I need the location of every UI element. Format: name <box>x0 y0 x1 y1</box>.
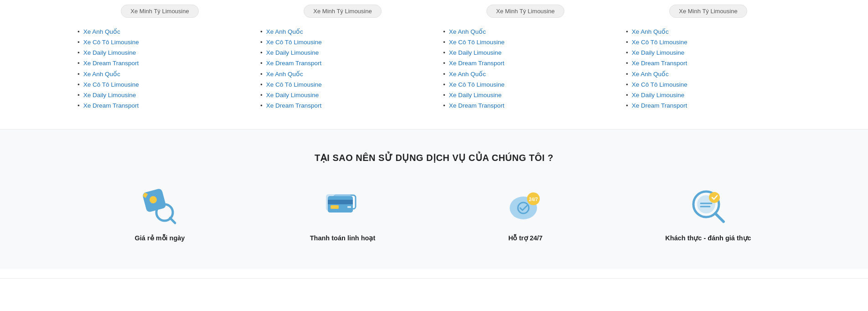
list-link-1-5[interactable]: Xe Cô Tô Limousine <box>266 81 322 88</box>
list-item: Xe Dream Transport <box>626 58 790 68</box>
list-item: Xe Daily Limousine <box>443 90 608 100</box>
list-link-2-3[interactable]: Xe Dream Transport <box>449 60 505 67</box>
list-item: Xe Cô Tô Limousine <box>626 37 790 47</box>
page-wrapper: Xe Minh Tý LimousineXe Anh QuốcXe Cô Tô … <box>0 0 868 311</box>
list-link-3-0[interactable]: Xe Anh Quốc <box>632 28 669 35</box>
column-header-0: Xe Minh Tý Limousine <box>78 5 242 18</box>
list-item: Xe Anh Quốc <box>78 68 242 79</box>
list-item: Xe Daily Limousine <box>443 47 608 58</box>
list-item: Xe Anh Quốc <box>260 68 425 79</box>
lists-grid: Xe Minh Tý LimousineXe Anh QuốcXe Cô Tô … <box>73 5 795 111</box>
list-item: Xe Dream Transport <box>626 100 790 111</box>
list-link-2-7[interactable]: Xe Dream Transport <box>449 102 505 109</box>
feature-label-1: Thanh toán linh hoạt <box>310 234 376 242</box>
list-link-0-1[interactable]: Xe Cô Tô Limousine <box>83 39 139 46</box>
list-link-2-0[interactable]: Xe Anh Quốc <box>449 28 486 35</box>
svg-rect-10 <box>328 200 353 204</box>
list-column-1: Xe Minh Tý LimousineXe Anh QuốcXe Cô Tô … <box>256 5 429 111</box>
list-link-3-2[interactable]: Xe Daily Limousine <box>632 49 685 56</box>
list-link-3-5[interactable]: Xe Cô Tô Limousine <box>632 81 687 88</box>
list-item: Xe Cô Tô Limousine <box>443 37 608 47</box>
list-link-3-7[interactable]: Xe Dream Transport <box>632 102 687 109</box>
review-icon <box>688 186 729 227</box>
column-header-badge-1: Xe Minh Tý Limousine <box>304 5 381 18</box>
feature-label-3: Khách thực - đánh giá thực <box>665 234 751 242</box>
list-item: Xe Daily Limousine <box>260 47 425 58</box>
why-section: TẠI SAO NÊN SỬ DỤNG DỊCH VỤ CỦA CHÚNG TÔ… <box>0 130 868 269</box>
list-link-2-1[interactable]: Xe Cô Tô Limousine <box>449 39 505 46</box>
list-items-1: Xe Anh QuốcXe Cô Tô LimousineXe Daily Li… <box>260 26 425 111</box>
list-link-1-4[interactable]: Xe Anh Quốc <box>266 70 303 78</box>
price-icon <box>140 186 181 227</box>
list-link-1-6[interactable]: Xe Daily Limousine <box>266 92 319 98</box>
bottom-divider <box>0 278 868 279</box>
feature-item-3: Khách thực - đánh giá thực <box>621 186 795 242</box>
svg-line-19 <box>715 213 723 222</box>
feature-item-1: Thanh toán linh hoạt <box>256 186 429 242</box>
feature-item-2: 24/7 Hỗ trợ 24/7 <box>439 186 612 242</box>
why-title: TẠI SAO NÊN SỬ DỤNG DỊCH VỤ CỦA CHÚNG TÔ… <box>73 152 795 163</box>
list-link-0-4[interactable]: Xe Anh Quốc <box>83 70 120 78</box>
list-link-2-5[interactable]: Xe Cô Tô Limousine <box>449 81 505 88</box>
feature-item-0: Giá rẻ mỗi ngày <box>73 186 247 242</box>
list-link-1-7[interactable]: Xe Dream Transport <box>266 102 322 109</box>
list-link-0-0[interactable]: Xe Anh Quốc <box>83 28 120 35</box>
list-item: Xe Cô Tô Limousine <box>260 79 425 90</box>
list-link-3-3[interactable]: Xe Dream Transport <box>632 60 687 67</box>
list-item: Xe Dream Transport <box>260 100 425 111</box>
list-item: Xe Dream Transport <box>443 58 608 68</box>
list-link-0-2[interactable]: Xe Daily Limousine <box>83 49 136 56</box>
list-item: Xe Daily Limousine <box>78 47 242 58</box>
list-items-2: Xe Anh QuốcXe Cô Tô LimousineXe Daily Li… <box>443 26 608 111</box>
column-header-2: Xe Minh Tý Limousine <box>443 5 608 18</box>
column-header-badge-2: Xe Minh Tý Limousine <box>486 5 564 18</box>
column-header-badge-0: Xe Minh Tý Limousine <box>121 5 198 18</box>
list-link-3-1[interactable]: Xe Cô Tô Limousine <box>632 39 687 46</box>
list-item: Xe Dream Transport <box>443 100 608 111</box>
list-link-0-3[interactable]: Xe Dream Transport <box>83 60 139 67</box>
list-item: Xe Dream Transport <box>260 58 425 68</box>
list-items-3: Xe Anh QuốcXe Cô Tô LimousineXe Daily Li… <box>626 26 790 111</box>
list-item: Xe Daily Limousine <box>78 90 242 100</box>
column-header-3: Xe Minh Tý Limousine <box>626 5 790 18</box>
list-column-2: Xe Minh Tý LimousineXe Anh QuốcXe Cô Tô … <box>439 5 612 111</box>
feature-label-0: Giá rẻ mỗi ngày <box>135 234 185 242</box>
svg-rect-12 <box>347 206 351 208</box>
list-item: Xe Anh Quốc <box>78 26 242 37</box>
list-item: Xe Daily Limousine <box>260 90 425 100</box>
column-header-1: Xe Minh Tý Limousine <box>260 5 425 18</box>
list-item: Xe Anh Quốc <box>626 68 790 79</box>
payment-icon <box>322 186 363 227</box>
list-link-0-7[interactable]: Xe Dream Transport <box>83 102 139 109</box>
list-link-1-0[interactable]: Xe Anh Quốc <box>266 28 303 35</box>
column-header-badge-3: Xe Minh Tý Limousine <box>669 5 747 18</box>
list-link-2-4[interactable]: Xe Anh Quốc <box>449 70 486 78</box>
list-item: Xe Anh Quốc <box>443 26 608 37</box>
list-column-0: Xe Minh Tý LimousineXe Anh QuốcXe Cô Tô … <box>73 5 247 111</box>
list-link-2-6[interactable]: Xe Daily Limousine <box>449 92 502 98</box>
svg-rect-11 <box>331 205 339 209</box>
list-link-1-1[interactable]: Xe Cô Tô Limousine <box>266 39 322 46</box>
list-column-3: Xe Minh Tý LimousineXe Anh QuốcXe Cô Tô … <box>621 5 795 111</box>
list-link-1-3[interactable]: Xe Dream Transport <box>266 60 322 67</box>
feature-label-2: Hỗ trợ 24/7 <box>508 234 542 242</box>
list-link-2-2[interactable]: Xe Daily Limousine <box>449 49 502 56</box>
list-link-0-5[interactable]: Xe Cô Tô Limousine <box>83 81 139 88</box>
list-link-3-6[interactable]: Xe Daily Limousine <box>632 92 685 98</box>
list-item: Xe Cô Tô Limousine <box>260 37 425 47</box>
list-item: Xe Anh Quốc <box>260 26 425 37</box>
lists-section: Xe Minh Tý LimousineXe Anh QuốcXe Cô Tô … <box>0 0 868 129</box>
list-item: Xe Cô Tô Limousine <box>78 79 242 90</box>
list-link-0-6[interactable]: Xe Daily Limousine <box>83 92 136 98</box>
list-item: Xe Cô Tô Limousine <box>443 79 608 90</box>
list-item: Xe Dream Transport <box>78 100 242 111</box>
list-link-1-2[interactable]: Xe Daily Limousine <box>266 49 319 56</box>
list-item: Xe Dream Transport <box>78 58 242 68</box>
list-item: Xe Anh Quốc <box>626 26 790 37</box>
list-item: Xe Daily Limousine <box>626 47 790 58</box>
list-items-0: Xe Anh QuốcXe Cô Tô LimousineXe Daily Li… <box>78 26 242 111</box>
svg-text:24/7: 24/7 <box>529 197 538 202</box>
list-item: Xe Cô Tô Limousine <box>78 37 242 47</box>
list-link-3-4[interactable]: Xe Anh Quốc <box>632 70 669 78</box>
support-icon: 24/7 <box>505 186 546 227</box>
